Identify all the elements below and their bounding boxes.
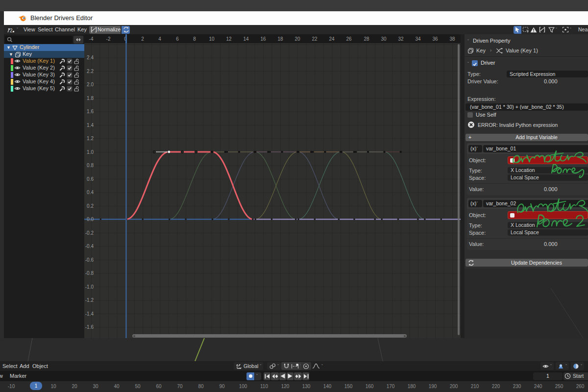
svg-text:2: 2 [10, 28, 13, 33]
